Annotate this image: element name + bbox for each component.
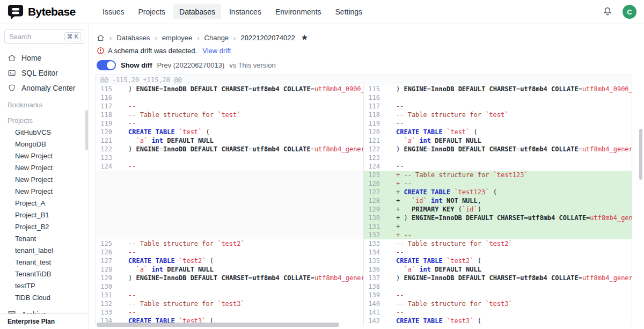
user-avatar[interactable]: C (623, 5, 636, 19)
sidebar-project-item[interactable]: Project_A (0, 198, 89, 209)
line-number: 119 (96, 119, 121, 128)
code-line: -- (389, 102, 404, 111)
diff-right-cell: 131+ (364, 222, 632, 231)
line-number: 133 (364, 239, 389, 248)
diff-row: 127+ CREATE TABLE `test123` ( (96, 188, 632, 196)
sidebar-project-item[interactable]: testTP (0, 280, 89, 292)
code-line: -- (121, 119, 136, 128)
code-line: `a` int DEFAULT NULL (389, 136, 481, 145)
diff-row: 132+ -- (96, 231, 632, 239)
diff-row: 124--124-- (96, 162, 632, 171)
sidebar-project-item[interactable]: Tenant_test (0, 257, 89, 268)
horizontal-scrollbar[interactable] (97, 323, 339, 327)
sidebar-scrollbar[interactable] (85, 110, 88, 150)
diff-left-cell (96, 179, 364, 188)
diff-left-cell (96, 214, 364, 222)
diff-row: 117--117-- (96, 102, 632, 111)
topnav-item-instances[interactable]: Instances (223, 4, 267, 19)
sidebar-project-item[interactable]: TiDB Cloud (0, 292, 89, 304)
line-number: 131 (364, 222, 389, 231)
view-drift-link[interactable]: View drift (202, 47, 231, 55)
breadcrumb-version: 20221202074022 (240, 34, 295, 42)
notification-bell-icon[interactable] (602, 6, 613, 17)
sidebar-project-item[interactable]: Project_B2 (0, 221, 89, 233)
diff-right-cell: 128+ `id` int NOT NULL, (364, 196, 632, 205)
diff-row: 119--119-- (96, 119, 632, 128)
line-number: 116 (364, 93, 389, 102)
sidebar-projects-list: GitHubVCSMongoDBNew ProjectNew ProjectNe… (0, 127, 89, 304)
diff-left-cell: 115) ENGINE=InnoDB DEFAULT CHARSET=utf8m… (96, 85, 364, 93)
sidebar-project-item[interactable]: Tenant (0, 233, 89, 245)
diff-left-cell: 117-- (96, 102, 364, 111)
breadcrumb-separator: › (155, 34, 157, 42)
show-diff-toggle[interactable] (97, 60, 116, 70)
diff-left-cell: 131-- (96, 291, 364, 299)
diff-right-cell: 133-- Table structure for `test2` (364, 239, 632, 248)
diff-left-cell: 121 `a` int DEFAULT NULL (96, 136, 364, 145)
topnav-item-settings[interactable]: Settings (330, 4, 369, 19)
code-line: -- (389, 291, 404, 299)
diff-left-cell (96, 171, 364, 179)
topnav-item-projects[interactable]: Projects (132, 4, 171, 19)
line-number: 124 (96, 162, 121, 171)
sidebar-item-home[interactable]: Home (0, 50, 89, 65)
sidebar-project-item[interactable]: tenant_label (0, 245, 89, 257)
diff-row: 126+ -- (96, 179, 632, 188)
sidebar-project-item[interactable]: New Project (0, 162, 89, 174)
code-line: ) ENGINE=InnoDB DEFAULT CHARSET=utf8mb4 … (389, 145, 632, 153)
breadcrumb-employee[interactable]: employee (162, 34, 192, 42)
search-box[interactable]: ⌘ K (4, 30, 84, 44)
sidebar-item-sql-editor[interactable]: SQL Editor (0, 65, 89, 81)
diff-right-cell: 126+ -- (364, 179, 632, 188)
diff-row: 129+ PRIMARY KEY (`id`) (96, 205, 632, 214)
search-input[interactable] (9, 33, 62, 41)
sidebar-project-item[interactable]: MongoDB (0, 138, 89, 150)
line-number: 139 (364, 291, 389, 299)
sidebar-item-anomaly-center[interactable]: Anomaly Center (0, 81, 89, 96)
bytebase-logo-icon (8, 4, 24, 20)
diff-row: 128 `a` int DEFAULT NULL136 `a` int DEFA… (96, 265, 632, 274)
code-line: CREATE TABLE `test2` ( (389, 257, 481, 265)
code-line: -- Table structure for `test3` (389, 299, 513, 308)
topnav-item-databases[interactable]: Databases (173, 4, 221, 19)
sidebar-project-item[interactable]: New Project (0, 174, 89, 186)
code-line (121, 153, 128, 162)
topnav-item-environments[interactable]: Environments (269, 4, 327, 19)
sidebar-project-item[interactable]: New Project (0, 150, 89, 162)
sidebar-project-item[interactable]: Project_B1 (0, 209, 89, 221)
bytebase-logo[interactable]: Bytebase (8, 4, 88, 20)
line-number: 127 (364, 188, 389, 196)
code-line: `a` int DEFAULT NULL (121, 136, 214, 145)
line-number: 130 (96, 282, 121, 291)
breadcrumb-databases[interactable]: Databases (116, 34, 150, 42)
diff-row: 118-- Table structure for `test`118-- Ta… (96, 111, 632, 119)
line-number: 115 (96, 85, 121, 93)
diff-left-cell: 118-- Table structure for `test` (96, 111, 364, 119)
topnav-item-issues[interactable]: Issues (97, 4, 130, 19)
breadcrumb-separator: › (109, 34, 112, 42)
line-number: 117 (96, 102, 121, 111)
sidebar-project-item[interactable]: GitHubVCS (0, 127, 89, 138)
home-breadcrumb-icon[interactable] (97, 34, 105, 42)
line-number: 115 (364, 85, 389, 93)
diff-right-cell: 125+ -- Table structure for `test123` (364, 171, 632, 179)
vertical-scrollbar[interactable] (639, 129, 642, 180)
breadcrumb-change[interactable]: Change (204, 34, 229, 42)
diff-row: 125-- Table structure for `test2`133-- T… (96, 239, 632, 248)
code-line (389, 93, 396, 102)
diff-left-cell: 116 (96, 93, 364, 102)
code-line: ) ENGINE=InnoDB DEFAULT CHARSET=utf8mb4 … (389, 85, 632, 93)
star-icon[interactable]: ★ (301, 33, 308, 42)
diff-controls: Show diff Prev (202206270013) vs This ve… (89, 56, 644, 74)
line-number: 122 (96, 145, 121, 153)
sidebar: ⌘ K Home SQL Editor Anomaly Center (0, 24, 89, 329)
brand-name: Bytebase (28, 5, 76, 18)
line-number: 116 (96, 93, 121, 102)
prev-version-link[interactable]: Prev (202206270013) (157, 61, 225, 69)
diff-row: 133--141-- (96, 308, 632, 317)
code-line: CREATE TABLE `test2` ( (121, 257, 214, 265)
sidebar-project-item[interactable]: New Project (0, 186, 89, 198)
diff-left-cell: 129) ENGINE=InnoDB DEFAULT CHARSET=utf8m… (96, 274, 364, 282)
diff-left-cell (96, 205, 364, 214)
sidebar-project-item[interactable]: TenantTiDB (0, 268, 89, 280)
